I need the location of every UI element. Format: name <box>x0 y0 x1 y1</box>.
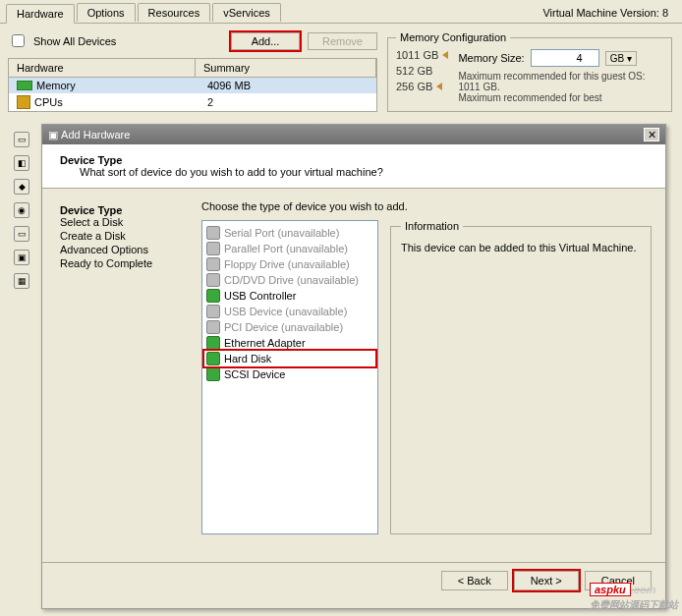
list-item-label: USB Device (unavailable) <box>224 306 347 317</box>
main-area: Show All Devices Add... Remove Hardware … <box>0 24 682 120</box>
triangle-icon <box>436 83 442 90</box>
scsi-icon: ◆ <box>14 179 29 195</box>
cd-icon: ◉ <box>14 202 29 218</box>
list-item: USB Device (unavailable) <box>204 304 375 319</box>
hw-memory-label: Memory <box>36 80 76 91</box>
tab-resources[interactable]: Resources <box>138 3 211 22</box>
serial-port-icon <box>206 226 220 240</box>
usb-device-icon <box>206 305 220 318</box>
parallel-port-icon <box>206 242 220 255</box>
list-item-label: Serial Port (unavailable) <box>224 227 339 239</box>
watermark-rest: .com <box>631 584 656 595</box>
show-all-checkbox-input[interactable] <box>12 34 25 47</box>
hw-cpu-label: CPUs <box>34 96 63 108</box>
list-item-label: Hard Disk <box>224 353 271 364</box>
step-select-disk[interactable]: Select a Disk <box>60 216 186 228</box>
nic-icon: ▦ <box>14 273 29 289</box>
add-button[interactable]: Add... <box>231 32 300 50</box>
choose-prompt: Choose the type of device you wish to ad… <box>201 200 654 212</box>
close-icon[interactable]: ✕ <box>644 128 659 141</box>
remove-button: Remove <box>308 32 377 50</box>
disk-icon: ▭ <box>14 226 29 242</box>
list-item-label: Floppy Drive (unavailable) <box>224 258 350 270</box>
pci-icon <box>206 320 220 334</box>
list-item[interactable]: SCSI Device <box>204 366 375 382</box>
memory-icon <box>17 81 32 90</box>
show-all-devices-checkbox[interactable]: Show All Devices <box>8 31 116 50</box>
back-button[interactable]: < Back <box>441 571 508 590</box>
memory-config-group: Memory Configuration 1011 GB 512 GB 256 … <box>387 31 672 112</box>
watermark: aspku.com 免费网站源码下载站 <box>590 578 678 612</box>
information-text: This device can be added to this Virtual… <box>401 242 641 253</box>
tabs-row: Hardware Options Resources vServices Vir… <box>0 0 682 24</box>
tab-hardware[interactable]: Hardware <box>6 4 75 24</box>
mem-scale-1: 1011 GB <box>396 49 438 61</box>
dialog-buttons: < Back Next > Cancel <box>42 562 665 598</box>
step-advanced[interactable]: Advanced Options <box>60 244 186 255</box>
cpu-icon <box>17 95 30 109</box>
list-item-label: USB Controller <box>224 290 296 302</box>
information-group: Information This device can be added to … <box>390 220 652 534</box>
floppy-icon <box>206 257 220 271</box>
hw-cpu-summary: 2 <box>199 96 372 108</box>
watermark-brand: aspku <box>590 583 631 596</box>
tab-options[interactable]: Options <box>77 3 136 22</box>
memory-config-title: Memory Configuration <box>396 31 510 43</box>
list-item-label: Ethernet Adapter <box>224 337 306 349</box>
device-list[interactable]: Serial Port (unavailable) Parallel Port … <box>201 220 378 534</box>
list-item-label: SCSI Device <box>224 368 285 380</box>
wizard-steps: Device Type Select a Disk Create a Disk … <box>54 200 192 550</box>
mem-scale-2: 512 GB <box>396 65 448 77</box>
add-hardware-dialog: ▣ Add Hardware ✕ Device Type What sort o… <box>41 124 666 609</box>
dialog-titlebar[interactable]: ▣ Add Hardware ✕ <box>42 125 665 144</box>
list-item[interactable]: Hard Disk <box>204 351 375 366</box>
vm-version-label: Virtual Machine Version: 8 <box>542 7 676 19</box>
list-item[interactable]: USB Controller <box>204 288 375 304</box>
hw-header-hardware[interactable]: Hardware <box>9 59 196 77</box>
list-item: Parallel Port (unavailable) <box>204 241 375 256</box>
step-create-disk[interactable]: Create a Disk <box>60 230 186 242</box>
list-item: Serial Port (unavailable) <box>204 225 375 241</box>
device-type-heading: Device Type <box>60 154 122 166</box>
list-item: CD/DVD Drive (unavailable) <box>204 272 375 288</box>
step-ready[interactable]: Ready to Complete <box>60 257 186 269</box>
floppy-icon: ▣ <box>14 250 29 265</box>
hw-header-summary[interactable]: Summary <box>196 59 376 77</box>
triangle-icon <box>442 51 448 59</box>
show-all-label: Show All Devices <box>33 35 116 47</box>
ethernet-icon <box>206 336 220 350</box>
table-row[interactable]: CPUs 2 <box>9 93 376 111</box>
hard-disk-icon <box>206 352 220 365</box>
memory-size-label: Memory Size: <box>458 52 524 64</box>
hardware-table: Hardware Summary Memory 4096 MB CPUs 2 <box>8 58 377 112</box>
memory-rec-2: Maximum recommended for best <box>458 92 663 103</box>
usb-icon <box>206 289 220 303</box>
hw-memory-summary: 4096 MB <box>199 80 372 91</box>
dialog-title: Add Hardware <box>61 129 130 140</box>
memory-unit-dropdown[interactable]: GB ▾ <box>605 51 637 66</box>
list-item-label: CD/DVD Drive (unavailable) <box>224 274 359 286</box>
cd-icon <box>206 273 220 287</box>
scsi-icon <box>206 367 220 381</box>
information-title: Information <box>401 220 463 232</box>
watermark-sub: 免费网站源码下载站 <box>590 598 678 612</box>
vmci-icon: ◧ <box>14 155 29 171</box>
next-button[interactable]: Next > <box>514 571 579 590</box>
window-icon: ▣ <box>48 129 58 141</box>
list-item: Floppy Drive (unavailable) <box>204 256 375 272</box>
tab-vservices[interactable]: vServices <box>212 3 281 22</box>
video-icon: ▭ <box>14 132 29 147</box>
list-item: PCI Device (unavailable) <box>204 319 375 335</box>
step-device-type[interactable]: Device Type <box>60 204 122 216</box>
device-type-prompt: What sort of device do you wish to add t… <box>60 166 383 178</box>
mem-scale-3: 256 GB <box>396 81 432 92</box>
table-row[interactable]: Memory 4096 MB <box>9 78 376 93</box>
list-item-label: PCI Device (unavailable) <box>224 321 343 333</box>
device-icon-column: ▭ ◧ ◆ ◉ ▭ ▣ ▦ <box>10 128 37 293</box>
memory-rec-1: Maximum recommended for this guest OS: 1… <box>458 71 663 92</box>
list-item[interactable]: Ethernet Adapter <box>204 335 375 351</box>
memory-size-input[interactable]: 4 <box>531 49 599 67</box>
dialog-header: Device Type What sort of device do you w… <box>42 144 665 189</box>
list-item-label: Parallel Port (unavailable) <box>224 243 348 254</box>
